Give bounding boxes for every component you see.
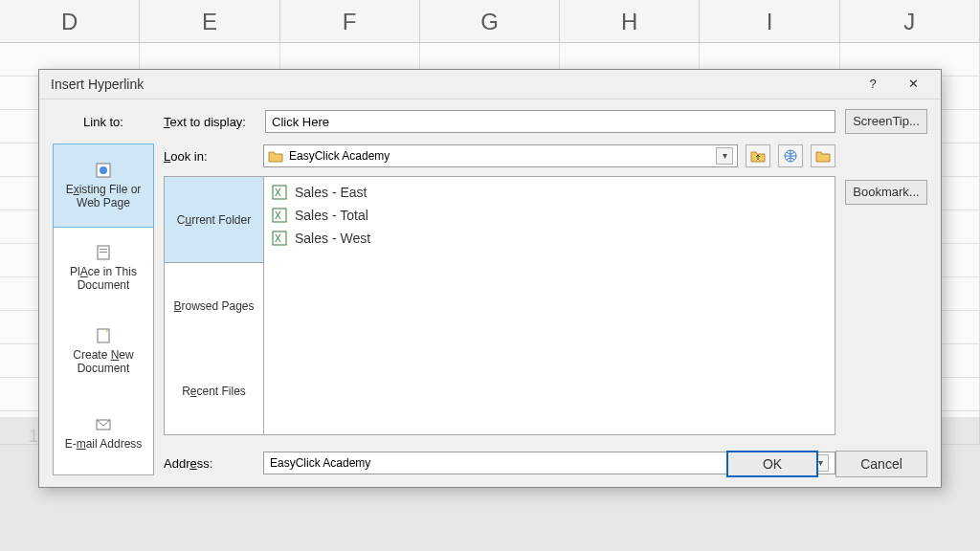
- link-to-existing-file[interactable]: Existing File orWeb Page: [53, 143, 154, 228]
- svg-point-1: [100, 166, 107, 174]
- excel-file-icon: X: [272, 231, 287, 246]
- text-to-display-input[interactable]: [265, 110, 835, 133]
- look-in-label: Look in:: [164, 149, 256, 164]
- excel-file-icon: X: [272, 208, 287, 223]
- dialog-title: Insert Hyperlink: [51, 77, 853, 92]
- col-header[interactable]: F: [280, 0, 420, 42]
- document-icon: [95, 244, 112, 261]
- svg-text:X: X: [275, 187, 281, 198]
- browse-web-button[interactable]: [778, 144, 803, 167]
- link-to-email-address[interactable]: E-mail Address: [54, 392, 153, 474]
- svg-rect-4: [100, 252, 107, 253]
- col-header[interactable]: H: [560, 0, 700, 42]
- new-document-icon: [95, 327, 112, 344]
- text-to-display-label: Text to display:: [164, 115, 256, 129]
- svg-rect-3: [100, 249, 107, 250]
- titlebar: Insert Hyperlink ? ✕: [39, 70, 941, 99]
- link-to-panel: Existing File orWeb Page PlAce in ThisDo…: [53, 143, 154, 475]
- chevron-down-icon[interactable]: ▾: [716, 147, 733, 165]
- list-item[interactable]: X Sales - Total: [272, 204, 827, 227]
- svg-text:X: X: [275, 210, 281, 221]
- envelope-icon: [95, 416, 112, 433]
- file-list[interactable]: X Sales - East X Sales - Total X Sales -…: [263, 176, 835, 435]
- col-header[interactable]: E: [140, 0, 279, 42]
- address-label: Address:: [164, 456, 256, 471]
- list-item[interactable]: X Sales - East: [272, 181, 827, 204]
- link-to-create-new-document[interactable]: Create NewDocument: [54, 310, 153, 392]
- ok-button[interactable]: OK: [726, 451, 818, 477]
- bookmark-button[interactable]: Bookmark...: [845, 180, 927, 205]
- globe-page-icon: [95, 162, 112, 179]
- link-to-label: Link to:: [53, 115, 154, 129]
- list-item[interactable]: X Sales - West: [272, 227, 827, 250]
- tab-recent-files[interactable]: Recent Files: [165, 349, 263, 434]
- browse-file-button[interactable]: [811, 144, 835, 167]
- insert-hyperlink-dialog: Insert Hyperlink ? ✕ Link to: Text to di…: [38, 69, 942, 488]
- browse-web-icon: [783, 148, 798, 164]
- col-header[interactable]: G: [420, 0, 560, 42]
- folder-up-icon: [750, 149, 766, 163]
- look-in-value: EasyClick Academy: [289, 149, 390, 163]
- tab-browsed-pages[interactable]: Browsed Pages: [165, 263, 263, 348]
- folder-open-icon: [815, 149, 831, 163]
- close-button[interactable]: ✕: [893, 73, 933, 96]
- screentip-button[interactable]: ScreenTip...: [845, 109, 927, 134]
- col-header[interactable]: J: [840, 0, 980, 42]
- svg-text:X: X: [275, 233, 281, 244]
- up-one-level-button[interactable]: [746, 144, 770, 167]
- help-button[interactable]: ?: [853, 73, 893, 96]
- look-in-combo[interactable]: EasyClick Academy ▾: [263, 144, 738, 167]
- column-headers: D E F G H I J: [0, 0, 980, 43]
- col-header[interactable]: I: [700, 0, 839, 42]
- excel-file-icon: X: [272, 185, 287, 200]
- tab-current-folder[interactable]: Current Folder: [165, 177, 263, 263]
- address-value: EasyClick Academy: [270, 456, 370, 470]
- folder-icon: [268, 149, 283, 163]
- col-header[interactable]: D: [0, 0, 140, 42]
- cancel-button[interactable]: Cancel: [835, 451, 927, 477]
- link-to-place-in-document[interactable]: PlAce in ThisDocument: [54, 227, 153, 309]
